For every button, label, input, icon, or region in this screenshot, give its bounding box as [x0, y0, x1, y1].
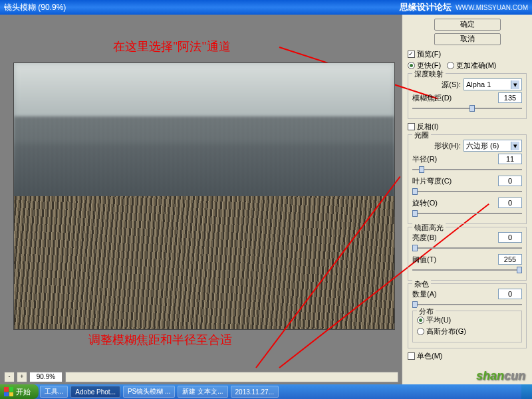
chevron-down-icon: ▾ — [511, 142, 519, 150]
shape-label: 形状(H): — [412, 141, 461, 151]
taskbar: 开始 工具... Adobe Phot... PS镜头模糊 ... 新建 文本文… — [0, 384, 532, 399]
cancel-button[interactable]: 取消 — [434, 33, 501, 45]
curvature-input[interactable]: 0 — [498, 176, 522, 186]
image-grass — [14, 196, 394, 329]
taskbar-item[interactable]: 新建 文本文... — [178, 386, 227, 398]
accurate-radio[interactable] — [447, 62, 454, 69]
preview-image[interactable] — [13, 63, 395, 330]
rotation-input[interactable]: 0 — [498, 198, 522, 208]
taskbar-item[interactable]: PS镜头模糊 ... — [123, 386, 175, 398]
start-label: 开始 — [16, 387, 31, 397]
radius-input[interactable]: 11 — [498, 154, 522, 164]
shape-select[interactable]: 六边形 (6)▾ — [464, 140, 522, 152]
uniform-label: 平均(U) — [426, 315, 451, 325]
curvature-label: 叶片弯度(C) — [412, 176, 495, 186]
annotation-bottom: 调整模糊焦距和半径至合适 — [88, 332, 232, 348]
threshold-slider[interactable] — [412, 267, 522, 273]
brand-text: 思缘设计论坛 — [400, 1, 452, 13]
accurate-label: 更加准确(M) — [456, 61, 497, 70]
chevron-down-icon: ▾ — [511, 80, 519, 89]
distribution-title: 分布 — [417, 307, 436, 317]
preview-checkbox[interactable] — [408, 51, 415, 58]
source-label: 源(S): — [412, 80, 461, 90]
noise-title: 杂色 — [412, 279, 431, 289]
depth-title: 深度映射 — [412, 69, 446, 79]
threshold-input[interactable]: 255 — [498, 254, 522, 265]
annotation-top: 在这里选择"阿法"通道 — [113, 39, 231, 55]
preview-area: 在这里选择"阿法"通道 调整模糊焦距和半径至合适 - + 90.9% — [0, 15, 402, 384]
iris-title: 光圈 — [412, 130, 431, 140]
brightness-input[interactable]: 0 — [498, 232, 522, 243]
source-select[interactable]: Alpha 1▾ — [464, 78, 522, 90]
focal-slider[interactable] — [412, 105, 522, 112]
specular-group: 镜面高光 亮度(B)0 阈值(T)255 — [408, 227, 527, 281]
ok-button[interactable]: 确定 — [434, 19, 501, 31]
gaussian-label: 高斯分布(G) — [426, 327, 466, 336]
mono-label: 单色(M) — [417, 351, 443, 361]
depth-group: 深度映射 源(S): Alpha 1▾ 模糊焦距(D) 135 — [408, 73, 527, 119]
radius-slider[interactable] — [412, 166, 522, 173]
rotation-slider[interactable] — [412, 210, 522, 217]
focal-label: 模糊焦距(D) — [412, 93, 495, 103]
taskbar-item[interactable]: 2013.11.27... — [231, 386, 279, 398]
mono-checkbox[interactable] — [408, 352, 415, 360]
taskbar-item[interactable]: Adobe Phot... — [70, 386, 120, 398]
uniform-radio[interactable] — [417, 317, 424, 324]
settings-panel: 确定 取消 预览(F) 更快(F) 更加准确(M) 深度映射 源(S): Alp… — [402, 15, 532, 384]
threshold-label: 阈值(T) — [412, 255, 495, 265]
brightness-slider[interactable] — [412, 245, 522, 251]
specular-title: 镜面高光 — [412, 223, 446, 233]
window-title: 镜头模糊 (90.9%) — [4, 2, 66, 13]
focal-input[interactable]: 135 — [498, 92, 522, 103]
zoom-in-button[interactable]: + — [17, 372, 27, 382]
amount-label: 数量(A) — [412, 289, 495, 299]
zoom-out-button[interactable]: - — [4, 372, 15, 382]
start-button[interactable]: 开始 — [0, 384, 39, 399]
brightness-label: 亮度(B) — [412, 233, 495, 243]
invert-checkbox[interactable] — [408, 123, 415, 130]
rotation-label: 旋转(O) — [412, 198, 495, 208]
zoom-value[interactable]: 90.9% — [29, 372, 63, 382]
noise-group: 杂色 数量(A)0 分布 平均(U) 高斯分布(G) — [408, 283, 527, 348]
faster-radio[interactable] — [408, 62, 415, 69]
gaussian-radio[interactable] — [417, 328, 424, 335]
radius-label: 半径(R) — [412, 154, 495, 164]
preview-label: 预览(F) — [417, 49, 441, 59]
iris-group: 光圈 形状(H): 六边形 (6)▾ 半径(R)11 叶片弯度(C)0 旋转(O… — [408, 134, 527, 224]
system-tray[interactable] — [521, 384, 532, 399]
amount-input[interactable]: 0 — [498, 289, 522, 299]
horizontal-scrollbar[interactable] — [65, 372, 398, 382]
distribution-group: 分布 平均(U) 高斯分布(G) — [412, 311, 522, 342]
curvature-slider[interactable] — [412, 188, 522, 195]
titlebar: 镜头模糊 (90.9%) 思缘设计论坛 WWW.MISSYUAN.COM — [0, 0, 532, 15]
windows-logo-icon — [4, 387, 13, 396]
zoom-controls: - + 90.9% — [4, 372, 63, 382]
brand-url: WWW.MISSYUAN.COM — [456, 4, 528, 11]
taskbar-item[interactable]: 工具... — [40, 386, 68, 398]
